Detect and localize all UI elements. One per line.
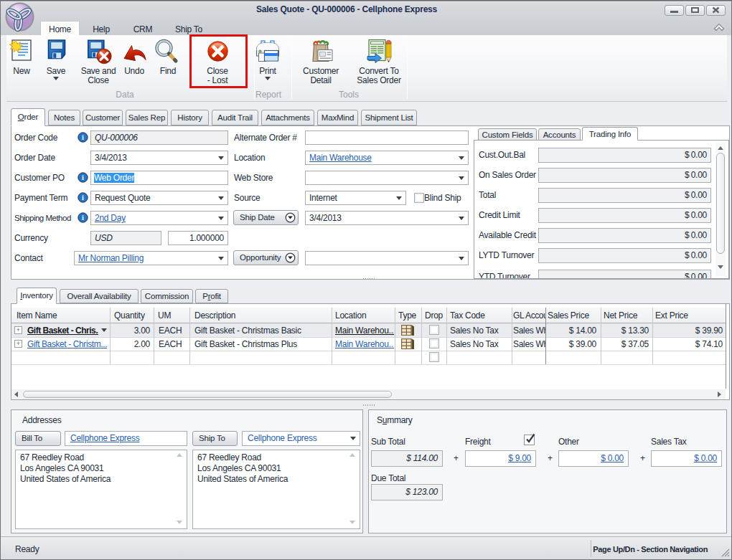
svg-text:i: i (82, 214, 84, 222)
svg-text:i: i (82, 194, 84, 201)
svg-text:i: i (82, 133, 84, 141)
svg-text:i: i (82, 174, 84, 181)
